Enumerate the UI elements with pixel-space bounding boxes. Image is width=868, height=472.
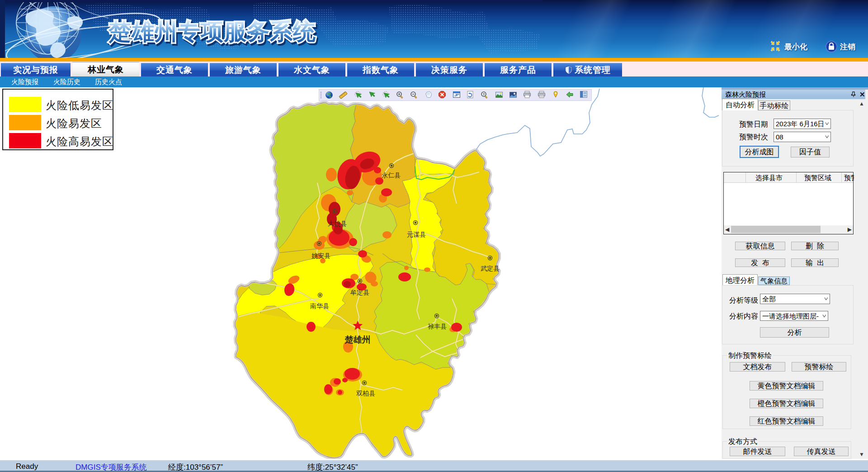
svg-text:禄丰县: 禄丰县 xyxy=(428,323,447,330)
svg-text:牟定县: 牟定县 xyxy=(350,289,369,296)
svg-text:大姚县: 大姚县 xyxy=(328,220,347,227)
svg-text:?: ? xyxy=(483,92,485,96)
svg-text:永仁县: 永仁县 xyxy=(382,172,401,179)
svg-text:姚安县: 姚安县 xyxy=(311,253,330,259)
svg-text:元谋县: 元谋县 xyxy=(407,231,426,238)
svg-text:双柏县: 双柏县 xyxy=(356,390,375,397)
svg-text:南华县: 南华县 xyxy=(310,303,329,310)
svg-text:武定县: 武定县 xyxy=(481,265,500,272)
svg-text:楚雄州: 楚雄州 xyxy=(344,335,371,344)
